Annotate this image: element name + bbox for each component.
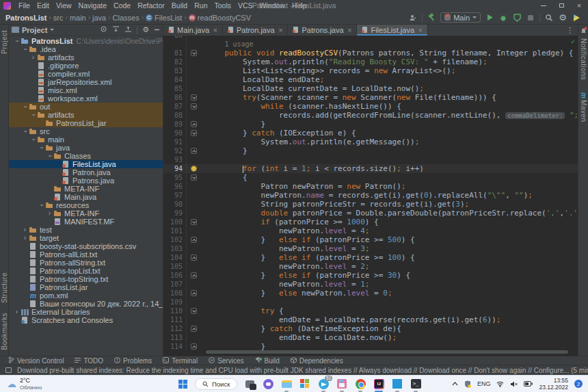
fold-collapse-icon[interactable]	[191, 308, 197, 314]
code-line-109[interactable]: 109	[163, 298, 578, 306]
tray-chevron-icon[interactable]	[452, 382, 458, 386]
code-line-86[interactable]: 86 try(Scanner scanner = new Scanner(new…	[163, 93, 578, 102]
minimize-button[interactable]	[535, 0, 552, 11]
fold-collapse-icon[interactable]	[191, 174, 197, 181]
line-number[interactable]: 114	[163, 342, 184, 351]
tree-item-artifacts[interactable]: ›artifacts	[9, 111, 163, 119]
fold-expand-icon[interactable]	[191, 254, 197, 261]
line-number[interactable]: 104	[163, 253, 184, 262]
tree-item-target[interactable]: ›target	[9, 234, 163, 242]
tree-item-boosty-stat-subscriptions.csv[interactable]: boosty-stat-subscriptions.csv	[9, 242, 163, 250]
line-number[interactable]: 102	[163, 235, 184, 244]
line-number[interactable]: 113	[163, 333, 184, 342]
line-number[interactable]: 89	[163, 120, 184, 129]
wifi-icon[interactable]	[496, 381, 504, 387]
line-number[interactable]: 93	[163, 155, 184, 164]
tab-patron-java[interactable]: Patron.java×	[223, 25, 289, 36]
fold-collapse-icon[interactable]	[191, 94, 197, 101]
line-number[interactable]: 94	[163, 164, 184, 173]
tree-item-jarrepositories.xml[interactable]: jarRepositories.xml	[9, 78, 163, 86]
line-number[interactable]: 91	[163, 138, 184, 146]
chevron-down-icon[interactable]: ›	[13, 38, 21, 45]
menu-navigate[interactable]: Navigate	[75, 1, 110, 10]
fold-expand-icon[interactable]	[191, 326, 197, 332]
tree-item-meta-inf[interactable]: META-INF	[9, 185, 163, 193]
telegram-button[interactable]: 51	[317, 378, 330, 390]
fold-expand-icon[interactable]	[191, 343, 197, 350]
tree-item-main.java[interactable]: Main.java	[9, 193, 163, 201]
colorful-plugin-icon[interactable]	[572, 13, 581, 23]
line-number[interactable]: 100	[163, 218, 184, 226]
line-number[interactable]: 83	[163, 66, 184, 75]
code-line-89[interactable]: 89 }	[163, 120, 578, 129]
chevron-right-icon[interactable]: ›	[29, 53, 37, 62]
language-indicator[interactable]: ENG	[477, 380, 491, 387]
menu-view[interactable]: View	[53, 1, 75, 10]
line-number[interactable]: 86	[163, 93, 184, 102]
tab-options-icon[interactable]: ⋮	[562, 25, 578, 36]
code-line-106[interactable]: 106 } else if (patronPrice >= 30) {	[163, 271, 578, 280]
close-tab-icon[interactable]: ×	[418, 27, 423, 34]
tool-stripe-bookmarks[interactable]: Bookmarks	[1, 313, 8, 350]
tab-patrons-java[interactable]: Patrons.java×	[288, 25, 357, 36]
line-number[interactable]: 82	[163, 57, 184, 66]
code-line-88[interactable]: 88 records.add(getRecordFromLine(scanner…	[163, 111, 578, 120]
code-line-112[interactable]: 112 } catch (DateTimeException de){	[163, 324, 578, 333]
start-button[interactable]	[176, 378, 189, 390]
tree-item-patronslist.jar[interactable]: PatronsList.jar	[9, 283, 163, 291]
line-number[interactable]: 87	[163, 102, 184, 111]
breadcrumb-item-src[interactable]: src	[53, 14, 64, 22]
expand-all-icon[interactable]	[112, 25, 120, 34]
tree-item-patrons-toplist.txt[interactable]: Patrons-topList.txt	[9, 267, 163, 275]
clock-widget[interactable]: 13:55 23.12.2022	[539, 377, 568, 391]
tree-item-.gitignore[interactable]: .gitignore	[9, 62, 163, 70]
tree-item-patrons-alllist.txt[interactable]: Patrons-allList.txt	[9, 250, 163, 259]
line-number[interactable]: 84	[163, 75, 184, 84]
tool-stripe-maven[interactable]: Maven	[580, 100, 587, 122]
store-app-button[interactable]	[299, 378, 311, 390]
line-number[interactable]: 106	[163, 271, 184, 280]
code-line-84[interactable]: 84 LocalDate endDate;	[163, 75, 578, 84]
fold-expand-icon[interactable]	[191, 237, 197, 243]
status-link-always-download[interactable]: Always download	[359, 367, 412, 374]
fold-expand-icon[interactable]	[191, 148, 197, 154]
line-number[interactable]: 96	[163, 182, 184, 191]
tree-item-patrons.java[interactable]: Patrons.java	[9, 177, 163, 185]
line-number[interactable]: 98	[163, 200, 184, 209]
tool-stripe-project[interactable]: Project	[1, 30, 8, 54]
code-line-102[interactable]: 102 } else if (patronPrice >= 500) {	[163, 235, 578, 244]
project-view-selector[interactable]: Project	[12, 26, 54, 34]
code-editor[interactable]: 80 1 usage81 public void readBoostyCSV(P…	[163, 36, 578, 356]
tree-item-pom.xml[interactable]: mpom.xml	[9, 291, 163, 300]
tree-item-classes[interactable]: ›Classes	[9, 152, 163, 160]
code-inlay-line[interactable]: 1 usage	[163, 40, 578, 49]
line-number[interactable]: 80	[163, 36, 184, 40]
tree-item-fileslist.java[interactable]: FilesList.java	[9, 160, 163, 168]
chevron-down-icon[interactable]: ›	[21, 46, 29, 53]
line-number[interactable]: 112	[163, 324, 184, 333]
code-line-85[interactable]: 85 LocalDate currentDate = LocalDate.now…	[163, 84, 578, 93]
tree-item-external-libraries[interactable]: ›External Libraries	[9, 308, 163, 316]
tree-item-misc.xml[interactable]: misc.xml	[9, 86, 163, 94]
code-line-103[interactable]: 103 newPatron.level = 3;	[163, 244, 578, 253]
breadcrumb-item-java[interactable]: java	[92, 14, 106, 22]
code-line-92[interactable]: 92 }	[163, 146, 578, 155]
tree-item-meta-inf[interactable]: ›META-INF	[9, 209, 163, 218]
fold-collapse-icon[interactable]	[191, 103, 197, 109]
chevron-down-icon[interactable]: ›	[29, 112, 38, 119]
tree-item-patronslist[interactable]: ›PatronsListC:\Users\denis\OneDrive\Patr…	[9, 37, 163, 45]
toolwindow-button-services[interactable]: Services	[203, 356, 249, 365]
file-explorer-button[interactable]	[280, 378, 293, 390]
horizontal-scrollbar[interactable]	[206, 350, 568, 354]
breadcrumb-item-readboostycsv[interactable]: mreadBoostyCSV	[189, 14, 251, 22]
code-line-90[interactable]: 90 } catch (IOException e) {	[163, 129, 578, 138]
toolwindow-button-build[interactable]: Build	[250, 356, 285, 365]
line-number[interactable]: 92	[163, 146, 184, 155]
security-shield-icon[interactable]	[464, 380, 471, 388]
fold-expand-icon[interactable]	[191, 272, 197, 278]
tree-item-src[interactable]: ›src	[9, 127, 163, 135]
menu-file[interactable]: File	[15, 1, 34, 10]
tool-stripe-structure[interactable]: Structure	[1, 272, 8, 303]
menu-refactor[interactable]: Refactor	[134, 1, 168, 10]
code-line-93[interactable]: 93	[163, 155, 578, 164]
